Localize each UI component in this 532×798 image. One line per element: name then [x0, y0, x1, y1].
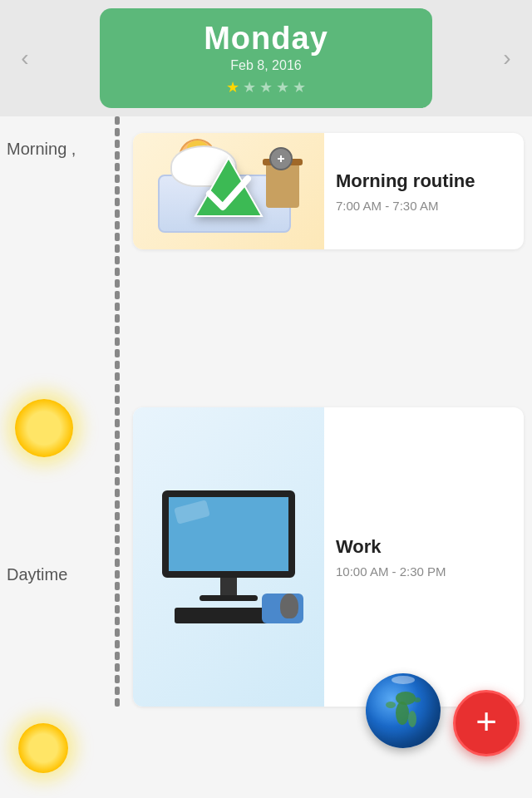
work-info: Work 10:00 AM - 2:30 PM	[324, 407, 524, 707]
star-4[interactable]: ★	[276, 78, 289, 96]
svg-point-1	[396, 692, 416, 705]
add-event-button[interactable]: +	[453, 690, 520, 756]
svg-marker-0	[195, 158, 262, 216]
morning-routine-time: 7:00 AM - 7:30 AM	[336, 199, 512, 213]
plus-icon: +	[475, 703, 497, 740]
morning-routine-title: Morning routine	[336, 170, 512, 192]
timeline: Morning , Daytime	[0, 116, 121, 798]
work-title: Work	[336, 536, 512, 558]
star-5[interactable]: ★	[293, 78, 306, 96]
work-image	[133, 407, 324, 707]
prev-day-button[interactable]: ‹	[8, 33, 42, 83]
morning-routine-card[interactable]: Morning routine 7:00 AM - 7:30 AM	[133, 133, 524, 249]
morning-label: Morning ,	[7, 140, 76, 159]
completion-checkmark	[191, 154, 266, 229]
main-content: Morning , Daytime	[0, 116, 532, 798]
morning-routine-info: Morning routine 7:00 AM - 7:30 AM	[324, 133, 524, 249]
globe-icon[interactable]	[366, 673, 441, 748]
star-1[interactable]: ★	[226, 78, 239, 96]
svg-point-2	[396, 702, 409, 725]
daytime-label: Daytime	[7, 565, 67, 584]
svg-point-4	[386, 702, 396, 708]
daytime-sun-icon	[18, 723, 68, 773]
timeline-dashes	[115, 116, 120, 798]
next-day-button[interactable]: ›	[490, 33, 524, 83]
day-card: Monday Feb 8, 2016 ★ ★ ★ ★ ★	[100, 8, 432, 108]
work-time: 10:00 AM - 2:30 PM	[336, 564, 512, 579]
morning-routine-image	[133, 133, 324, 249]
day-title: Monday	[204, 21, 328, 57]
header: ‹ Monday Feb 8, 2016 ★ ★ ★ ★ ★ ›	[0, 0, 532, 116]
header-date: Feb 8, 2016	[230, 58, 301, 73]
monitor-illustration	[145, 490, 312, 623]
svg-point-6	[392, 676, 415, 684]
svg-point-3	[408, 711, 416, 727]
star-2[interactable]: ★	[243, 78, 256, 96]
morning-sun-icon	[15, 399, 73, 457]
star-3[interactable]: ★	[259, 78, 273, 96]
star-rating[interactable]: ★ ★ ★ ★ ★	[226, 78, 306, 96]
svg-point-5	[414, 697, 421, 702]
work-card[interactable]: Work 10:00 AM - 2:30 PM	[133, 407, 524, 707]
